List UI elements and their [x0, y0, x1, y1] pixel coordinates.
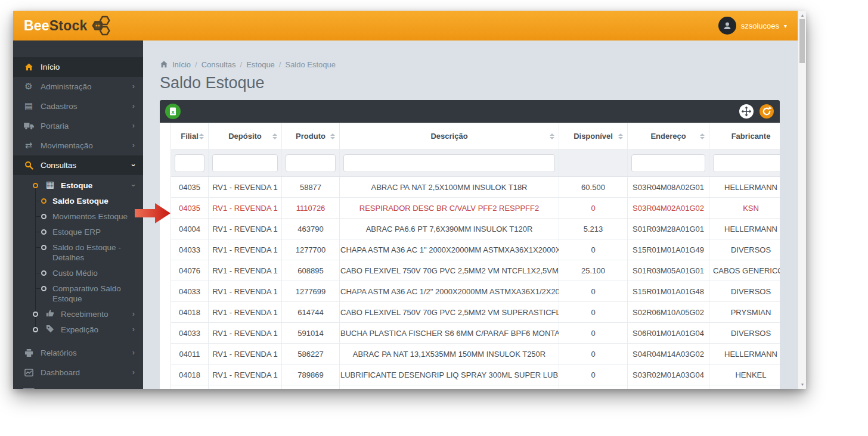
- expand-button[interactable]: [739, 104, 754, 119]
- sort-icon[interactable]: [199, 133, 204, 139]
- tree-bullet: [33, 312, 38, 317]
- sidebar-item-label: Relatórios: [41, 348, 77, 358]
- cell-fabricante: PRYSMIAN: [709, 302, 780, 323]
- sort-icon[interactable]: [550, 133, 554, 139]
- submenu-item-recebimento[interactable]: Recebimento›: [13, 306, 143, 322]
- sidebar-item-label: Cadastros: [41, 101, 78, 111]
- cell-filial: 04011: [171, 344, 209, 365]
- sidebar-item-cadastros[interactable]: ▤Cadastros›: [13, 96, 143, 116]
- breadcrumb-item-estoque[interactable]: Estoque: [246, 60, 275, 69]
- sort-icon[interactable]: [272, 133, 277, 139]
- chevron-right-icon: ›: [132, 101, 135, 111]
- sidebar-item-relatorios[interactable]: Relatórios›: [13, 343, 143, 363]
- table-row[interactable]: 04033RV1 - REVENDA 11277699CHAPA ASTM A3…: [171, 281, 780, 302]
- cell-deposito: RV1 - REVENDA 1: [209, 198, 282, 219]
- table-row[interactable]: 04035RV1 - REVENDA 158877ABRAC PA NAT 2,…: [171, 177, 780, 198]
- page-title: Saldo Estoque: [160, 74, 780, 92]
- column-header-produto[interactable]: Produto: [282, 123, 340, 150]
- sidebar-item-desenvolvedor[interactable]: ⌨Desenvolvedor›: [13, 382, 143, 389]
- column-header-deposito[interactable]: Depósito: [209, 123, 282, 150]
- sidebar-item-administracao[interactable]: ⚙Administração›: [13, 77, 143, 96]
- cell-descricao: CHAPA ASTM A36 AC 1/2" 2000X2000MM ASTMX…: [340, 281, 559, 302]
- table-row[interactable]: 04018RV1 - REVENDA 1789869LUBRIFICANTE D…: [171, 365, 780, 385]
- table-row[interactable]: 04004RV1 - REVENDA 1463790ABRAC PA6.6 PT…: [171, 219, 780, 239]
- submenu-item-estoque[interactable]: ▦Estoque›: [13, 177, 143, 193]
- cell-disponivel: 0: [559, 239, 628, 260]
- sidebar-item-label: Administração: [41, 82, 92, 92]
- submenu-item-expedicao[interactable]: Expedição›: [13, 322, 143, 337]
- sidebar-item-label: Consultas: [41, 160, 76, 170]
- table-row[interactable]: 04011RV1 - REVENDA 1586227ABRAC PA NAT 1…: [171, 344, 780, 365]
- chevron-right-icon: ›: [132, 387, 135, 389]
- refresh-button[interactable]: [759, 104, 774, 119]
- table-row-empty: [171, 385, 780, 390]
- data-panel: x: [160, 100, 780, 389]
- filter-descricao-input[interactable]: [343, 154, 555, 172]
- sort-icon[interactable]: [700, 133, 705, 139]
- breadcrumb-item-inicio[interactable]: Início: [172, 60, 191, 69]
- table-row[interactable]: 04033RV1 - REVENDA 11277700CHAPA ASTM A3…: [171, 239, 780, 260]
- filter-endereco-input[interactable]: [631, 154, 705, 172]
- column-header-fabricante[interactable]: Fabricante: [709, 123, 780, 150]
- sort-icon[interactable]: [330, 133, 335, 139]
- submenu-item-estoque-erp[interactable]: Estoque ERP: [13, 224, 143, 239]
- excel-export-button[interactable]: x: [165, 104, 181, 119]
- sidebar-item-dashboard[interactable]: Dashboard›: [13, 363, 143, 382]
- sidebar-item-label: Portaria: [41, 121, 69, 131]
- chevron-down-icon: ›: [128, 184, 138, 186]
- app-window: BeeStock: [13, 11, 806, 389]
- submenu-item-saldo-estoque[interactable]: Saldo Estoque: [13, 193, 143, 208]
- scroll-down-icon[interactable]: ▼: [798, 382, 807, 387]
- submenu-item-movimentos-estoque[interactable]: Movimentos Estoque: [13, 208, 143, 224]
- column-header-endereco[interactable]: Endereço: [628, 123, 709, 150]
- table-row[interactable]: 04018RV1 - REVENDA 1614744CABO FLEXIVEL …: [171, 302, 780, 323]
- filter-cell-descricao: [340, 150, 559, 177]
- home-icon: [23, 63, 35, 71]
- cell-disponivel: 0: [559, 302, 628, 323]
- cell-deposito: RV1 - REVENDA 1: [209, 281, 282, 302]
- scroll-up-icon[interactable]: ▲: [798, 13, 807, 17]
- cell-produto: 1277700: [282, 239, 340, 260]
- filter-cell-endereco: [628, 150, 709, 177]
- brand-logo[interactable]: BeeStock: [24, 15, 113, 36]
- cell-deposito: RV1 - REVENDA 1: [209, 365, 282, 385]
- sidebar-item-portaria[interactable]: Portaria›: [13, 116, 143, 136]
- scrollbar-thumb[interactable]: [799, 19, 805, 63]
- chevron-right-icon: ›: [132, 81, 135, 91]
- breadcrumb-item-consultas[interactable]: Consultas: [202, 60, 236, 69]
- table-row[interactable]: 04033RV1 - REVENDA 1591014BUCHA PLASTICA…: [171, 323, 780, 344]
- panel-toolbar: x: [160, 100, 780, 123]
- sidebar-item-inicio[interactable]: Início: [13, 57, 143, 77]
- column-header-disponivel[interactable]: Disponível: [559, 123, 628, 150]
- cell-deposito: RV1 - REVENDA 1: [209, 177, 282, 198]
- sidebar-item-consultas[interactable]: Consultas›: [13, 155, 143, 175]
- window-scrollbar[interactable]: ▲ ▼: [798, 11, 806, 389]
- filter-produto-input[interactable]: [286, 154, 336, 172]
- user-menu[interactable]: szsolucoes ▾: [718, 17, 787, 35]
- filter-deposito-input[interactable]: [212, 154, 278, 172]
- tag-icon: [44, 325, 56, 333]
- sidebar-item-label: Início: [41, 62, 60, 72]
- sidebar-item-movimentacao[interactable]: ⇄Movimentação›: [13, 136, 143, 155]
- filter-filial-input[interactable]: [175, 154, 204, 172]
- filter-fabricante-input[interactable]: [713, 154, 780, 172]
- submenu-item-custo-medio[interactable]: Custo Médio: [13, 265, 143, 281]
- cell-filial: 04004: [171, 219, 209, 239]
- submenu-item-saldo-do-estoque-detalhes[interactable]: Saldo do Estoque - Detalhes: [13, 239, 143, 265]
- cell-endereco: S01R03M28A01G01: [628, 219, 709, 239]
- grid-icon: ▦: [44, 180, 56, 189]
- cell-endereco: S03R02M01A03G04: [628, 365, 709, 385]
- column-header-descricao[interactable]: Descrição: [340, 123, 559, 150]
- cell-endereco: S03R04M02A01G02: [628, 198, 709, 219]
- tree-bullet: [41, 229, 46, 235]
- cell-produto: 1277699: [282, 281, 340, 302]
- column-header-filial[interactable]: Filial: [171, 123, 209, 150]
- submenu-item-comparativo-saldo-estoque[interactable]: Comparativo Saldo Estoque: [13, 281, 143, 306]
- cell-filial: 04033: [171, 323, 209, 344]
- table-row[interactable]: 04035RV1 - REVENDA 11110726RESPIRADOR DE…: [171, 198, 780, 219]
- cell-deposito: RV1 - REVENDA 1: [209, 302, 282, 323]
- sort-icon[interactable]: [618, 133, 623, 139]
- column-label: Fabricante: [731, 132, 771, 141]
- tree-bullet: [41, 270, 46, 276]
- table-row[interactable]: 04076RV1 - REVENDA 1608895CABO FLEXIVEL …: [171, 260, 780, 281]
